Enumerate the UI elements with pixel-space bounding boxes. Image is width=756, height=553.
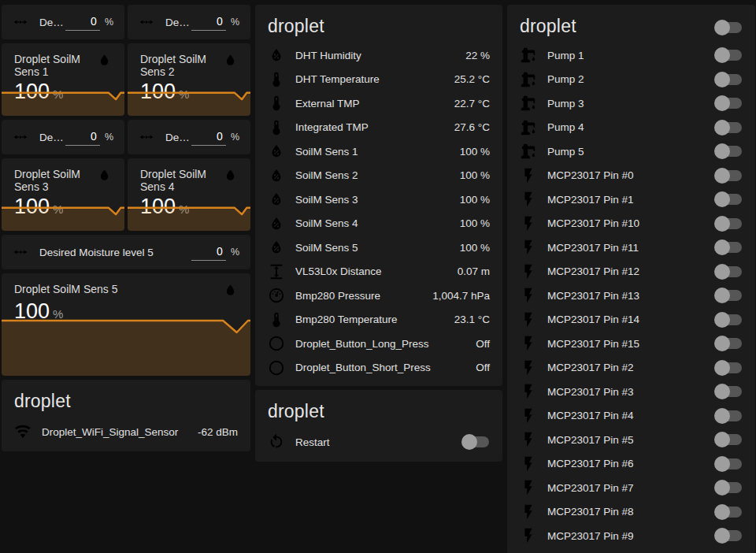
entity-toggle[interactable] [714,264,743,280]
water-icon [97,53,112,68]
switch-row[interactable]: MCP23017 Pin #0 [507,164,755,188]
entity-value: 23.1 °C [454,314,490,325]
desired-moisture-input-4[interactable]: 0 [191,128,226,146]
entity-label: MCP23017 Pin #15 [547,338,714,350]
master-toggle[interactable] [714,20,743,35]
entity-toggle[interactable] [714,360,743,376]
switch-row[interactable]: Pump 5 [507,139,755,164]
switch-row[interactable]: MCP23017 Pin #7 [507,476,755,500]
sensor-row[interactable]: SoilM Sens 2 100 % [255,164,502,188]
sensor-row[interactable]: Droplet_Button_Short_Press Off [255,356,502,380]
entity-toggle[interactable] [714,168,743,184]
switch-row[interactable]: MCP23017 Pin #5 [507,428,755,452]
desired-moisture-input-5[interactable]: 0 [191,243,226,261]
switch-row[interactable]: MCP23017 Pin #15 [507,332,755,356]
entity-toggle[interactable] [714,72,743,87]
desired-moisture-card-5: Desired Moisture level 5 0 % [2,235,250,269]
entity-toggle[interactable] [714,312,743,328]
sensor-row[interactable]: VL53L0x Distance 0.07 m [255,260,502,284]
restart-row[interactable]: Restart [255,429,502,455]
entity-toggle[interactable] [714,432,743,447]
entity-toggle[interactable] [714,95,743,111]
restart-toggle[interactable] [461,434,490,450]
entity-label: MCP23017 Pin #7 [547,482,714,494]
switch-row[interactable]: MCP23017 Pin #12 [507,260,755,284]
sensor-row[interactable]: Bmp280 Temperature 23.1 °C [255,308,502,332]
switch-row[interactable]: MCP23017 Pin #6 [507,452,755,477]
entity-toggle[interactable] [714,120,743,135]
flash-icon [520,479,537,496]
entity-toggle[interactable] [714,47,743,63]
card-title: droplet [255,5,502,43]
sensor-row[interactable]: SoilM Sens 4 100 % [255,212,502,236]
sensor-row[interactable]: SoilM Sens 1 100 % [255,139,502,164]
sensor-row[interactable]: DHT Humidity 22 % [255,43,502,68]
unit-label: % [105,132,113,143]
entity-toggle[interactable] [714,408,743,424]
sensor-row[interactable]: Droplet_Button_Long_Press Off [255,332,502,356]
wifi-signal-row[interactable]: Droplet_WiFi_Signal_Sensor -62 dBm [2,418,250,445]
water-pump-icon [520,71,537,88]
sensor-row[interactable]: DHT Temperature 25.2 °C [255,68,502,92]
entity-value: 25.2 °C [454,73,490,85]
entity-value: 100 % [460,169,490,181]
ray-vertex-icon [13,129,28,145]
sensor-name: Droplet SoilM Sens 4 [140,168,223,193]
entity-toggle[interactable] [714,191,743,207]
soil-sensor-card-2[interactable]: Droplet SoilM Sens 2 100% [128,43,250,116]
sensor-row[interactable]: Integrated TMP 27.6 °C [255,116,502,140]
entity-value: 0.07 m [458,265,490,277]
switch-row[interactable]: MCP23017 Pin #4 [507,404,755,429]
sensor-history-sparkline [128,89,250,116]
entity-toggle[interactable] [714,216,743,232]
entity-label: MCP23017 Pin #1 [547,194,714,206]
entity-toggle[interactable] [714,504,743,520]
soil-sensor-card-5[interactable]: Droplet SoilM Sens 5 100% [2,273,250,376]
desired-moisture-input-2[interactable]: 0 [191,13,226,31]
switch-row[interactable]: Pump 2 [507,68,755,92]
input-label: Desired … [165,17,191,28]
switch-row[interactable]: MCP23017 Pin #8 [507,500,755,525]
desired-moisture-input-1[interactable]: 0 [65,13,100,31]
soil-sensor-card-1[interactable]: Droplet SoilM Sens 1 100% [2,43,124,116]
entity-value: 100 % [460,146,490,158]
water-percent-icon [268,215,285,232]
switch-row[interactable]: MCP23017 Pin #13 [507,284,755,308]
desired-moisture-input-3[interactable]: 0 [65,128,100,146]
entity-label: MCP23017 Pin #10 [547,217,714,229]
sensor-row[interactable]: SoilM Sens 3 100 % [255,187,502,212]
entity-toggle[interactable] [714,528,743,544]
entity-label: MCP23017 Pin #13 [547,290,714,302]
switch-row[interactable]: MCP23017 Pin #9 [507,524,755,548]
switch-row[interactable]: MCP23017 Pin #3 [507,380,755,404]
entity-toggle[interactable] [714,336,743,351]
entity-toggle[interactable] [714,456,743,472]
switch-row[interactable]: MCP23017 Pin #14 [507,308,755,332]
entity-toggle[interactable] [714,288,743,303]
entity-label: DHT Humidity [295,50,459,61]
entity-value: 27.6 °C [454,121,490,133]
soil-sensor-card-4[interactable]: Droplet SoilM Sens 4 100% [128,158,250,231]
switch-row[interactable]: Pump 3 [507,91,755,116]
entity-toggle[interactable] [714,239,743,255]
flash-icon [520,431,537,448]
switch-row[interactable]: Pump 1 [507,43,755,68]
switch-row[interactable]: MCP23017 Pin #10 [507,212,755,236]
entity-toggle[interactable] [714,480,743,495]
sensor-row[interactable]: External TMP 22.7 °C [255,91,502,116]
sensor-row[interactable]: SoilM Sens 5 100 % [255,236,502,260]
switch-row[interactable]: MCP23017 Pin #1 [507,187,755,212]
switch-row[interactable]: MCP23017 Pin #11 [507,236,755,260]
sensor-row[interactable]: Bmp280 Pressure 1,004.7 hPa [255,284,502,308]
entity-toggle[interactable] [714,384,743,399]
flash-icon [520,311,537,328]
switch-row[interactable]: Pump 4 [507,116,755,140]
input-label: Desired … [39,17,65,28]
water-percent-icon [268,167,285,184]
thermometer-icon [268,311,285,328]
input-label: Desired Moisture level 5 [39,247,191,258]
restart-icon [268,433,285,451]
switch-row[interactable]: MCP23017 Pin #2 [507,356,755,380]
entity-toggle[interactable] [714,143,743,159]
soil-sensor-card-3[interactable]: Droplet SoilM Sens 3 100% [2,158,124,231]
